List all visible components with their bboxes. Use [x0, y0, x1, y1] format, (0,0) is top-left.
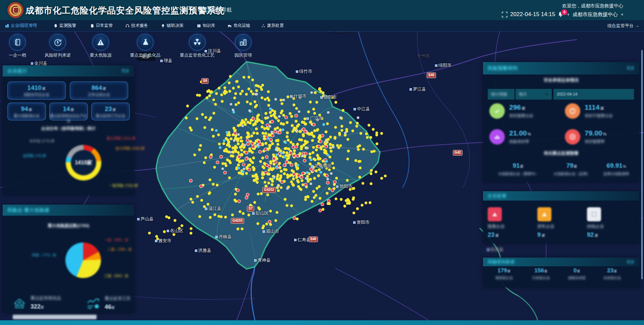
shortcut-4[interactable]: 重点监管危化工艺: [179, 32, 216, 58]
building-icon: [5, 24, 9, 28]
hazard-level-pie-chart[interactable]: [65, 242, 101, 278]
nav-item-2[interactable]: 日常监管: [90, 20, 113, 31]
nav-item-0[interactable]: 企业/园区管理: [5, 20, 37, 31]
clipboard-icon: [90, 24, 94, 28]
nav-item-label: 日常监管: [96, 23, 113, 29]
more-link[interactable]: 更多: [627, 65, 635, 71]
date-input[interactable]: 2022-04-14: [553, 89, 634, 100]
red-ring-icon: [565, 129, 580, 145]
circle-stat: 79.00% 管控预警率: [565, 129, 606, 145]
main-nav: 企业/园区管理监测预警日常监管技术服务辅助决策知识库危化运输废弃处置 综合监管平…: [0, 20, 644, 32]
shortcut-1[interactable]: 风险研判承诺: [39, 32, 76, 58]
more-link[interactable]: 更多: [121, 68, 129, 74]
subtitle-monitor-warning: 危化重点监测预警: [483, 150, 639, 156]
book-icon: [197, 24, 201, 28]
stat-box[interactable]: 94家 重大危险源企业: [7, 103, 46, 120]
panel-title: 企业统计: [7, 68, 28, 74]
panel-title: 企业监测: [488, 193, 506, 199]
stat-box[interactable]: 14家 重点监管危化品生产企业: [49, 103, 88, 120]
app-header: 成都市化工危险化学品安全风险管控监测预警系统 系统导航 欢迎您，成都市应急救援中…: [0, 0, 644, 20]
commit-stat: 23家 未承诺企业: [594, 267, 631, 280]
stat-box[interactable]: 864家 正常运营企业: [70, 82, 128, 100]
pie-chart-title: 重大危险源总数(1764): [3, 223, 134, 229]
monitor-item[interactable]: 异常企业 9家: [537, 207, 581, 238]
org-caret-icon[interactable]: ▼: [621, 13, 624, 16]
shortcut-label: 园区管理: [225, 52, 262, 58]
nav-item-label: 废弃处置: [267, 23, 284, 29]
nav-item-3[interactable]: 技术服务: [125, 20, 148, 31]
orange-alert-icon: [565, 103, 580, 119]
white-square-icon: [587, 207, 601, 221]
hazard-icon-stat[interactable]: 重点监管危化品 322家: [12, 295, 61, 311]
period-select[interactable]: 每天▼: [516, 89, 552, 100]
bell-icon: [54, 24, 58, 28]
major-hazard-panel: 风险点·重大危险源 重大危险源总数(1764) 一级（300）处二级（130）处…: [3, 205, 134, 313]
map-attribution: [13, 315, 97, 319]
enterprise-stats-panel: 企业统计 更多 1410家 危险化学品企业 864家 正常运营企业 94家 重大…: [3, 65, 134, 195]
chart-callout-label: 重大风险 (141) 家: [107, 136, 136, 141]
park-buildings-icon: [239, 38, 247, 46]
system-nav-button[interactable]: 系统导航: [205, 7, 232, 13]
archive-book-icon: [13, 38, 21, 46]
headset-icon: [125, 24, 129, 28]
risk-warning-panel: 风险预警研判 更多 安全承诺总体情况 统计周期 每天▼ 2022-04-14 2…: [483, 62, 639, 182]
stat-box[interactable]: 1410家 危险化学品企业: [7, 82, 66, 100]
monitor-item[interactable]: 预警企业 23家: [488, 207, 531, 238]
shortcut-2[interactable]: 重大危险源: [82, 32, 119, 58]
stat-box[interactable]: 23家 重点监管工艺企业: [91, 103, 130, 120]
filter-label: 统计周期: [488, 89, 515, 100]
commitment-panel: 风险研判承诺 更多 179家 需承诺企业 156家 已承诺企业 0家 超期未承诺…: [483, 258, 639, 287]
nav-item-label: 监测预警: [59, 23, 76, 29]
shortcut-3[interactable]: 重点监管危化品: [127, 32, 164, 58]
house-icon: [12, 295, 27, 311]
risk-level-donut-chart[interactable]: 1410家: [66, 145, 101, 180]
recycle-icon: [261, 24, 265, 28]
nav-item-1[interactable]: 监测预警: [54, 20, 76, 31]
org-name: 成都市应急救援中心: [573, 11, 618, 18]
app-title: 成都市化工危险化学品安全风险管控监测预警系统: [25, 5, 225, 16]
shortcut-label: 风险研判承诺: [39, 52, 76, 58]
circle-stat: 21.00% 风险管控率: [489, 129, 531, 145]
shortcut-label: 重大危险源: [82, 52, 119, 58]
warning-triangle-icon: [97, 38, 105, 46]
panel-title: 风险预警研判: [488, 65, 518, 71]
scrollbar-thumb[interactable]: [641, 50, 643, 279]
panel-title: 风险点·重大危险源: [7, 207, 50, 213]
circle-stat: 296家 管控预警企业: [489, 103, 533, 119]
shortcut-label: 重点监管危化品: [127, 52, 164, 58]
panel-title: 风险研判承诺: [488, 259, 515, 265]
hazard-icon-stat[interactable]: 重点监管工艺 46家: [86, 295, 131, 311]
chevron-down-icon: ▼: [545, 93, 548, 96]
commit-stat: 0家 超期未承诺: [558, 267, 595, 280]
bottom-stat: 69.91% 监测大危险源率: [597, 162, 636, 176]
bottom-stat: 91家 大危险源企业（预警中）: [496, 162, 540, 176]
orange-square-alert-icon: [537, 207, 551, 221]
nav-item-6[interactable]: 危化运输: [228, 20, 250, 31]
radiation-icon: [193, 38, 201, 46]
nav-item-5[interactable]: 知识库: [197, 20, 215, 31]
shortcut-label: 重点监管危化工艺: [179, 52, 216, 58]
chart-callout-label: 三级（560）处: [104, 273, 128, 278]
shortcut-5[interactable]: 园区管理: [225, 32, 262, 58]
notification-count-badge: 0: [561, 9, 568, 16]
chart-callout-label: 四级（774）处: [32, 253, 56, 258]
more-link[interactable]: 更多: [627, 259, 635, 265]
donut-chart-title: 企业分布（按风险等级）统计: [3, 126, 134, 131]
app-logo-icon: [7, 2, 23, 18]
monitor-item[interactable]: 掉线企业 92家: [587, 207, 631, 238]
nav-item-label: 危化运输: [233, 23, 250, 29]
nav-item-4[interactable]: 辅助决策: [161, 20, 183, 31]
flask-icon: [141, 38, 149, 46]
truck-icon: [228, 24, 232, 28]
bottom-stat: 79家 大危险源企业（监测）: [550, 162, 594, 176]
trend-icon: [86, 295, 101, 311]
green-check-icon: [489, 103, 505, 119]
platform-link[interactable]: 综合监管平台 →: [607, 20, 639, 31]
welcome-text: 欢迎您，成都市应急救援中心: [562, 3, 623, 9]
enterprise-monitor-panel: 企业监测 预警企业 23家 异常企业 9家 掉线企业 92家: [483, 191, 639, 243]
fullscreen-icon[interactable]: [502, 12, 507, 17]
nav-item-7[interactable]: 废弃处置: [261, 20, 284, 31]
chart-callout-label: 一般风险 (732) 家: [109, 183, 138, 188]
notifications-bell-icon[interactable]: 0: [558, 11, 564, 18]
shortcut-0[interactable]: 一企一档: [0, 32, 36, 58]
